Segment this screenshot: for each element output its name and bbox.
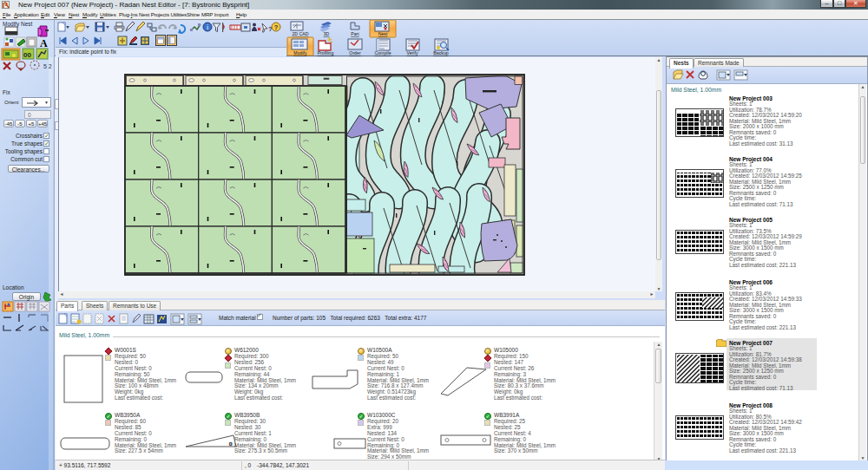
svg-text:Part: Part <box>351 31 359 36</box>
svg-text:A: A <box>40 37 48 49</box>
svg-text:5 2: 5 2 <box>43 63 52 69</box>
svg-text:00: 00 <box>23 51 31 59</box>
svg-text:Compile: Compile <box>374 50 391 55</box>
svg-text:Modify: Modify <box>293 50 307 55</box>
svg-text:2D CAD: 2D CAD <box>292 31 308 36</box>
svg-text:Profiling: Profiling <box>318 50 334 55</box>
svg-text:?: ? <box>274 23 279 31</box>
svg-text:Order: Order <box>349 50 361 55</box>
svg-text:3D: 3D <box>324 31 330 36</box>
svg-text:Verify: Verify <box>407 50 418 55</box>
svg-text:Nest: Nest <box>378 31 388 36</box>
svg-text:Backup: Backup <box>433 50 448 55</box>
